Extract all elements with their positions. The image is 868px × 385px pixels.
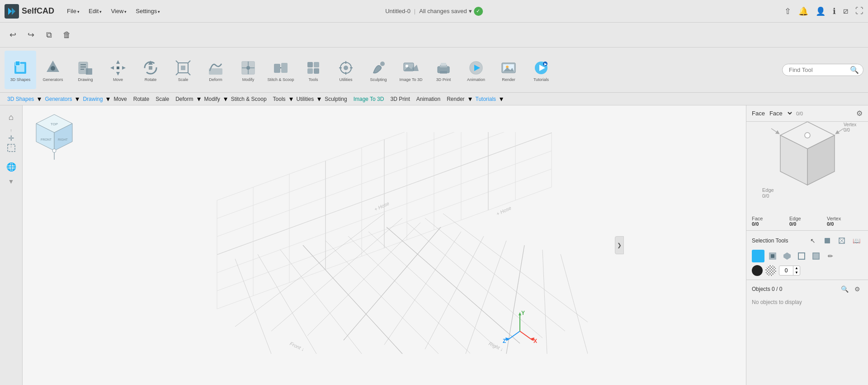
svg-rect-36 bbox=[314, 62, 319, 67]
object-mode-btn[interactable] bbox=[821, 234, 834, 247]
svg-text:Front ↓: Front ↓ bbox=[289, 341, 305, 352]
tool-tutorials[interactable]: ▶ Tutorials bbox=[525, 51, 557, 89]
selection-box-button[interactable] bbox=[3, 140, 19, 156]
menubar-move[interactable]: Move bbox=[111, 95, 129, 103]
svg-rect-35 bbox=[307, 62, 313, 67]
svg-line-131 bbox=[771, 128, 778, 133]
fullscreen-icon[interactable]: ⛶ bbox=[855, 6, 863, 16]
face-dropdown[interactable]: Face Edge Vertex bbox=[768, 109, 793, 117]
select-face-btn[interactable] bbox=[810, 250, 822, 262]
book-mode-btn[interactable]: 📖 bbox=[850, 234, 863, 247]
tool-sculpting[interactable]: Sculpting bbox=[363, 51, 394, 89]
home-button[interactable]: ⌂ bbox=[3, 109, 19, 125]
menubar-drawing[interactable]: Drawing bbox=[80, 95, 105, 103]
menu-file[interactable]: File▾ bbox=[63, 6, 83, 16]
wireframe-mode-btn[interactable] bbox=[835, 234, 848, 247]
redo-button[interactable]: ↪ bbox=[23, 27, 39, 43]
viewport[interactable]: TOP FRONT RIGHT bbox=[23, 105, 746, 385]
menubar-generators[interactable]: Generators bbox=[42, 95, 75, 103]
menubar-scale[interactable]: Scale bbox=[153, 95, 172, 103]
tool-scale[interactable]: Scale bbox=[167, 51, 199, 89]
share-icon[interactable]: ⇧ bbox=[784, 6, 791, 16]
select-all-btn[interactable] bbox=[752, 250, 764, 262]
menu-settings[interactable]: Settings▾ bbox=[132, 6, 164, 16]
menubar-modify[interactable]: Modify bbox=[202, 95, 223, 103]
menubar-tools[interactable]: Tools bbox=[270, 95, 288, 103]
menubar-3d-print[interactable]: 3D Print bbox=[387, 95, 412, 103]
sel-number-down[interactable]: ▼ bbox=[793, 271, 800, 275]
menu-edit[interactable]: Edit▾ bbox=[85, 6, 105, 16]
menu-view[interactable]: View▾ bbox=[107, 6, 130, 16]
copy-button[interactable]: ⧉ bbox=[41, 27, 57, 43]
face-label: Face bbox=[752, 110, 765, 117]
menubar-sculpting[interactable]: Sculpting bbox=[322, 95, 349, 103]
menubar-image-to-3d[interactable]: Image To 3D bbox=[351, 95, 387, 103]
search-icon[interactable]: 🔍 bbox=[850, 66, 859, 74]
split-icon[interactable]: ⧄ bbox=[843, 6, 848, 16]
tool-utilities[interactable]: Utilities bbox=[330, 51, 362, 89]
save-status[interactable]: All changes saved ▾ ✓ bbox=[419, 7, 483, 16]
save-dropdown-icon: ▾ bbox=[469, 8, 472, 14]
panel-settings-icon[interactable]: ⚙ bbox=[856, 109, 863, 118]
logo[interactable]: SelfCAD bbox=[5, 4, 54, 19]
vertex-info-value: 0/0 bbox=[827, 221, 834, 227]
svg-marker-13 bbox=[116, 60, 120, 64]
tool-modify[interactable]: Modify bbox=[232, 51, 264, 89]
sel-tools-row1: ✏ bbox=[752, 250, 863, 262]
tool-utilities-label: Utilities bbox=[339, 77, 352, 82]
tool-move[interactable]: Move bbox=[102, 51, 134, 89]
sel-dotted-tool[interactable] bbox=[765, 265, 776, 276]
sel-tools-row2: 0 ▲ ▼ bbox=[752, 265, 863, 276]
tool-3d-shapes[interactable]: 3D Shapes bbox=[5, 51, 36, 89]
move-icon bbox=[108, 58, 127, 77]
menubar-rotate[interactable]: Rotate bbox=[131, 95, 152, 103]
tool-drawing[interactable]: Drawing bbox=[70, 51, 101, 89]
select-component-btn[interactable] bbox=[781, 250, 793, 262]
move-widget[interactable]: ↑✛↓ bbox=[8, 128, 14, 137]
face-selector[interactable]: Face Face Edge Vertex 0/0 bbox=[752, 109, 803, 117]
tool-animation[interactable]: Animation bbox=[460, 51, 492, 89]
tool-tools[interactable]: Tools bbox=[297, 51, 329, 89]
tutorials-icon: ▶ bbox=[532, 58, 551, 77]
svg-rect-5 bbox=[15, 61, 20, 66]
tool-rotate[interactable]: Rotate bbox=[135, 51, 166, 89]
select-mode-btn[interactable]: ↖ bbox=[807, 234, 819, 247]
objects-search-btn[interactable]: 🔍 bbox=[839, 284, 850, 295]
undo-button[interactable]: ↩ bbox=[5, 27, 21, 43]
info-icon[interactable]: ℹ bbox=[833, 6, 836, 16]
svg-rect-53 bbox=[440, 71, 447, 74]
menubar-render[interactable]: Render bbox=[444, 95, 467, 103]
sel-circle-tool[interactable] bbox=[752, 265, 763, 276]
user-icon[interactable]: 👤 bbox=[816, 6, 826, 16]
globe-button[interactable]: 🌐 bbox=[3, 159, 19, 175]
menubar-3d-shapes[interactable]: 3D Shapes bbox=[5, 95, 37, 103]
menubar-tutorials[interactable]: Tutorials bbox=[473, 95, 499, 103]
sel-number-up[interactable]: ▲ bbox=[793, 266, 800, 271]
svg-line-23 bbox=[176, 61, 178, 63]
svg-marker-16 bbox=[122, 66, 126, 70]
select-edge-btn[interactable] bbox=[795, 250, 808, 262]
menubar-utilities[interactable]: Utilities bbox=[294, 95, 317, 103]
svg-rect-38 bbox=[314, 68, 319, 74]
tool-deform[interactable]: Deform bbox=[200, 51, 231, 89]
menubar-stitch[interactable]: Stitch & Scoop bbox=[228, 95, 269, 103]
menubar-animation[interactable]: Animation bbox=[414, 95, 443, 103]
bell-icon[interactable]: 🔔 bbox=[798, 6, 808, 16]
tool-image-to-3d[interactable]: Image To 3D bbox=[395, 51, 427, 89]
collapse-button[interactable]: ▼ bbox=[8, 178, 14, 185]
delete-button[interactable]: 🗑 bbox=[59, 27, 75, 43]
tool-3d-print[interactable]: 3D Print bbox=[428, 51, 459, 89]
menubar-deform[interactable]: Deform bbox=[173, 95, 196, 103]
objects-settings-btn[interactable]: ⚙ bbox=[852, 284, 863, 295]
tool-stitch-scoop[interactable]: Stitch & Scoop bbox=[265, 51, 297, 89]
logo-icon bbox=[5, 4, 19, 19]
svg-text:+ Hose: + Hose bbox=[373, 200, 390, 212]
tool-render[interactable]: Render bbox=[493, 51, 524, 89]
select-box-btn[interactable] bbox=[766, 250, 779, 262]
svg-line-93 bbox=[271, 218, 402, 331]
panel-toggle[interactable]: ❯ bbox=[615, 236, 624, 254]
deform-icon bbox=[206, 58, 225, 77]
paint-sel-btn[interactable]: ✏ bbox=[824, 250, 837, 262]
tool-modify-label: Modify bbox=[242, 77, 255, 82]
tool-generators[interactable]: Generators bbox=[37, 51, 69, 89]
